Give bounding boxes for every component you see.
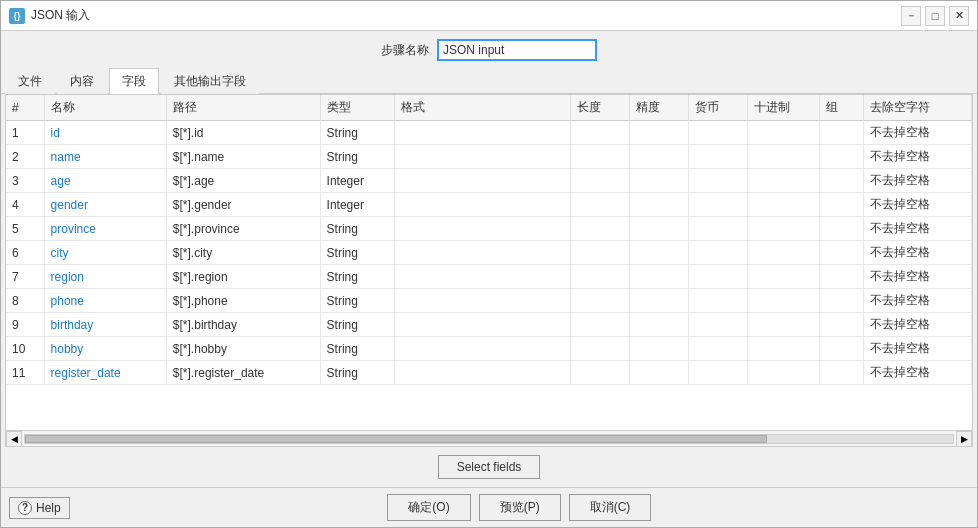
cell-format: [394, 121, 571, 145]
cell-trim: 不去掉空格: [864, 241, 972, 265]
col-header-format: 格式: [394, 95, 571, 121]
cell-type: String: [320, 265, 394, 289]
cell-type: String: [320, 361, 394, 385]
help-button[interactable]: ? Help: [9, 497, 70, 519]
table-row[interactable]: 9 birthday $[*].birthday String 不去掉空格: [6, 313, 972, 337]
table-row[interactable]: 3 age $[*].age Integer 不去掉空格: [6, 169, 972, 193]
cell-decimal: [748, 121, 820, 145]
cell-precision: [630, 169, 689, 193]
col-header-length: 长度: [571, 95, 630, 121]
cell-currency: [689, 313, 748, 337]
table-row[interactable]: 4 gender $[*].gender Integer 不去掉空格: [6, 193, 972, 217]
tab-other-output[interactable]: 其他输出字段: [161, 68, 259, 94]
cell-num: 2: [6, 145, 44, 169]
cell-currency: [689, 193, 748, 217]
cell-currency: [689, 121, 748, 145]
cell-currency: [689, 169, 748, 193]
cell-group: [820, 241, 864, 265]
cell-length: [571, 121, 630, 145]
col-header-precision: 精度: [630, 95, 689, 121]
table-row[interactable]: 7 region $[*].region String 不去掉空格: [6, 265, 972, 289]
scrollbar-track[interactable]: [24, 434, 954, 444]
tab-fields[interactable]: 字段: [109, 68, 159, 94]
table-row[interactable]: 8 phone $[*].phone String 不去掉空格: [6, 289, 972, 313]
scrollbar-thumb[interactable]: [25, 435, 767, 443]
col-header-decimal: 十进制: [748, 95, 820, 121]
step-name-input[interactable]: [437, 39, 597, 61]
select-fields-button[interactable]: Select fields: [438, 455, 541, 479]
horizontal-scrollbar[interactable]: ◀ ▶: [6, 430, 972, 446]
cancel-button[interactable]: 取消(C): [569, 494, 652, 521]
cell-type: String: [320, 121, 394, 145]
cell-precision: [630, 361, 689, 385]
cell-trim: 不去掉空格: [864, 265, 972, 289]
cell-trim: 不去掉空格: [864, 217, 972, 241]
confirm-button[interactable]: 确定(O): [387, 494, 470, 521]
cell-trim: 不去掉空格: [864, 169, 972, 193]
tab-content[interactable]: 内容: [57, 68, 107, 94]
cell-format: [394, 193, 571, 217]
scroll-right-arrow[interactable]: ▶: [956, 431, 972, 447]
cell-group: [820, 121, 864, 145]
cell-group: [820, 145, 864, 169]
cell-precision: [630, 337, 689, 361]
cell-type: String: [320, 337, 394, 361]
table-row[interactable]: 11 register_date $[*].register_date Stri…: [6, 361, 972, 385]
cell-num: 6: [6, 241, 44, 265]
cell-group: [820, 289, 864, 313]
cell-type: Integer: [320, 169, 394, 193]
tab-file[interactable]: 文件: [5, 68, 55, 94]
col-header-num: #: [6, 95, 44, 121]
title-bar: {} JSON 输入 － □ ✕: [1, 1, 977, 31]
cell-currency: [689, 241, 748, 265]
cell-precision: [630, 121, 689, 145]
cell-decimal: [748, 241, 820, 265]
scroll-left-arrow[interactable]: ◀: [6, 431, 22, 447]
cell-currency: [689, 361, 748, 385]
table-wrapper[interactable]: # 名称 路径 类型 格式 长度 精度 货币 十进制 组 去除空字符 1: [6, 95, 972, 430]
cell-trim: 不去掉空格: [864, 361, 972, 385]
table-row[interactable]: 10 hobby $[*].hobby String 不去掉空格: [6, 337, 972, 361]
cell-length: [571, 217, 630, 241]
select-fields-row: Select fields: [1, 447, 977, 487]
close-button[interactable]: ✕: [949, 6, 969, 26]
cell-type: String: [320, 217, 394, 241]
minimize-button[interactable]: －: [901, 6, 921, 26]
cell-precision: [630, 145, 689, 169]
cell-decimal: [748, 193, 820, 217]
table-row[interactable]: 1 id $[*].id String 不去掉空格: [6, 121, 972, 145]
cell-precision: [630, 265, 689, 289]
cell-num: 8: [6, 289, 44, 313]
cell-length: [571, 313, 630, 337]
cell-length: [571, 169, 630, 193]
cell-format: [394, 217, 571, 241]
cell-name: id: [44, 121, 166, 145]
cell-path: $[*].age: [166, 169, 320, 193]
cell-name: age: [44, 169, 166, 193]
cell-type: String: [320, 289, 394, 313]
col-header-path: 路径: [166, 95, 320, 121]
cell-group: [820, 265, 864, 289]
preview-button[interactable]: 预览(P): [479, 494, 561, 521]
cell-group: [820, 361, 864, 385]
maximize-button[interactable]: □: [925, 6, 945, 26]
cell-format: [394, 241, 571, 265]
window-icon: {}: [9, 8, 25, 24]
cell-num: 10: [6, 337, 44, 361]
cell-precision: [630, 217, 689, 241]
table-row[interactable]: 6 city $[*].city String 不去掉空格: [6, 241, 972, 265]
col-header-currency: 货币: [689, 95, 748, 121]
cell-precision: [630, 241, 689, 265]
cell-decimal: [748, 145, 820, 169]
footer-buttons: 确定(O) 预览(P) 取消(C): [70, 494, 969, 521]
cell-currency: [689, 265, 748, 289]
cell-format: [394, 289, 571, 313]
cell-decimal: [748, 289, 820, 313]
table-row[interactable]: 2 name $[*].name String 不去掉空格: [6, 145, 972, 169]
help-label: Help: [36, 501, 61, 515]
cell-path: $[*].id: [166, 121, 320, 145]
table-row[interactable]: 5 province $[*].province String 不去掉空格: [6, 217, 972, 241]
cell-decimal: [748, 313, 820, 337]
cell-path: $[*].name: [166, 145, 320, 169]
cell-name: name: [44, 145, 166, 169]
